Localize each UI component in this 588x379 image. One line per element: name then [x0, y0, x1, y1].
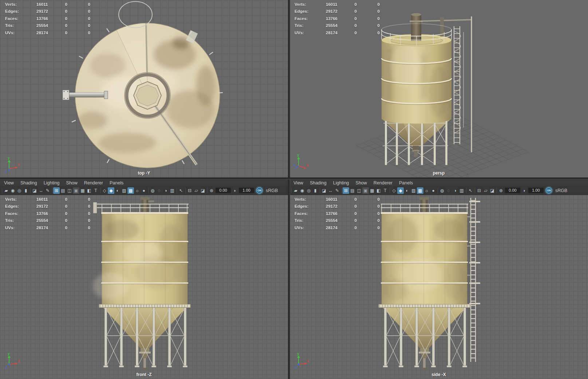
select-camera-icon[interactable]: ▰: [3, 187, 9, 194]
viewport-persp[interactable]: Verts:1601100Edges:2917200Faces:1376600T…: [289, 0, 588, 177]
hud-stat-col3: 0: [67, 204, 90, 208]
lights-icon[interactable]: ☼: [423, 187, 430, 194]
exposure-field[interactable]: 0.00: [505, 188, 520, 193]
motion-blur-icon[interactable]: ◌: [445, 187, 452, 194]
occlusion-icon[interactable]: ◍: [149, 187, 156, 194]
panel-menubar: ViewShadingLightingShowRendererPanels: [289, 179, 588, 186]
menu-panels[interactable]: Panels: [396, 180, 416, 185]
gamma-field[interactable]: 1.00: [239, 188, 254, 193]
xray-active-icon[interactable]: ▱: [482, 187, 489, 194]
menu-view[interactable]: View: [290, 180, 307, 185]
smooth-shade-icon[interactable]: ◆: [397, 187, 404, 194]
bookmark-icon[interactable]: ▮: [23, 187, 29, 194]
camera-attributes-icon[interactable]: ◎: [305, 187, 312, 194]
bookmark-icon[interactable]: ▮: [312, 187, 319, 194]
grease-pencil-icon[interactable]: ✎: [334, 187, 340, 194]
textured-icon[interactable]: ▧: [121, 187, 127, 194]
gamma-field[interactable]: 1.00: [528, 188, 544, 193]
wireframe-icon[interactable]: ◇: [391, 187, 397, 194]
plane-split-icon[interactable]: ◪: [489, 187, 496, 194]
material-override-icon[interactable]: ▩: [417, 187, 423, 194]
image-plane-icon[interactable]: ◪: [31, 187, 38, 194]
wireframe-icon[interactable]: ◇: [101, 187, 108, 194]
hud-stat-label: UVs:: [289, 226, 326, 230]
image-plane-icon[interactable]: ◪: [321, 187, 327, 194]
menu-renderer[interactable]: Renderer: [81, 180, 106, 185]
poly-count-hud: Verts:1601100Edges:2917200Faces:1376600T…: [0, 196, 102, 231]
grease-pencil-icon[interactable]: ✎: [44, 187, 51, 194]
menu-shading[interactable]: Shading: [307, 180, 330, 185]
menu-show[interactable]: Show: [352, 180, 370, 185]
contrast-icon[interactable]: ◗: [232, 187, 238, 194]
occlusion-icon[interactable]: ◍: [439, 187, 445, 194]
grid-icon[interactable]: ⊞: [53, 187, 60, 194]
resolution-gate-icon[interactable]: ◫: [66, 187, 73, 194]
film-gate-icon[interactable]: ▤: [60, 187, 66, 194]
resolution-gate-icon[interactable]: ◫: [356, 187, 362, 194]
gate-mask-icon[interactable]: ▣: [73, 187, 79, 194]
contrast-icon[interactable]: ◗: [521, 187, 528, 194]
default-material-icon[interactable]: ◐: [404, 187, 410, 194]
film-gate-icon[interactable]: ▤: [349, 187, 356, 194]
smooth-shade-icon[interactable]: ◆: [108, 187, 114, 194]
safe-title-icon[interactable]: T: [92, 187, 99, 194]
depth-of-field-icon[interactable]: ◑: [452, 187, 458, 194]
viewport-divider-horizontal[interactable]: [0, 177, 588, 180]
material-override-icon[interactable]: ▩: [127, 187, 134, 194]
colorspace-on-toggle[interactable]: ON: [546, 187, 552, 194]
render-region-icon[interactable]: ▥: [458, 187, 465, 194]
hud-stat-col3: 0: [357, 23, 380, 28]
2d-pan-zoom-icon[interactable]: ↔: [38, 187, 44, 194]
hud-stat-label: Edges:: [289, 9, 326, 13]
textured-icon[interactable]: ▧: [410, 187, 417, 194]
menu-panels[interactable]: Panels: [106, 180, 127, 185]
menu-lighting[interactable]: Lighting: [40, 180, 63, 185]
exposure-icon[interactable]: ⊛: [208, 187, 215, 194]
xray-icon[interactable]: ⊟: [186, 187, 193, 194]
xray-active-icon[interactable]: ▱: [193, 187, 200, 194]
colorspace-on-toggle[interactable]: ON: [256, 187, 263, 194]
depth-of-field-icon[interactable]: ◑: [162, 187, 169, 194]
grid-icon[interactable]: ⊞: [343, 187, 349, 194]
shadows-icon[interactable]: ●: [141, 187, 147, 194]
field-chart-icon[interactable]: ▦: [369, 187, 375, 194]
gate-mask-icon[interactable]: ▣: [362, 187, 369, 194]
lights-icon[interactable]: ☼: [134, 187, 141, 194]
viewport-top[interactable]: Verts:1601100Edges:2917200Faces:1376600T…: [0, 0, 288, 177]
select-camera-icon[interactable]: ▰: [292, 187, 299, 194]
safe-title-icon[interactable]: T: [382, 187, 388, 194]
render-region-icon[interactable]: ▥: [169, 187, 175, 194]
plane-split-icon[interactable]: ◪: [200, 187, 206, 194]
shadows-icon[interactable]: ●: [430, 187, 437, 194]
menu-view[interactable]: View: [1, 180, 17, 185]
safe-action-icon[interactable]: ◧: [375, 187, 382, 194]
lock-camera-icon[interactable]: ◉: [9, 187, 16, 194]
exposure-icon[interactable]: ⊛: [498, 187, 504, 194]
viewport-side-canvas[interactable]: Verts:1601100Edges:2917200Faces:1376600T…: [289, 195, 588, 379]
menu-shading[interactable]: Shading: [17, 180, 40, 185]
menu-renderer[interactable]: Renderer: [370, 180, 396, 185]
menu-lighting[interactable]: Lighting: [330, 180, 352, 185]
exposure-field[interactable]: 0.00: [216, 188, 231, 193]
isolate-select-icon[interactable]: ↖: [467, 187, 474, 194]
axis-x-label: x: [307, 163, 309, 167]
xray-icon[interactable]: ⊟: [476, 187, 482, 194]
camera-attributes-icon[interactable]: ◎: [16, 187, 23, 194]
motion-blur-icon[interactable]: ◌: [156, 187, 162, 194]
colorspace-label[interactable]: sRGB: [553, 188, 569, 193]
viewport-front-canvas[interactable]: Verts:1601100Edges:2917200Faces:1376600T…: [0, 195, 288, 379]
safe-action-icon[interactable]: ◧: [86, 187, 92, 194]
isolate-select-icon[interactable]: ↖: [178, 187, 184, 194]
axis-x-label: x: [307, 359, 309, 363]
menu-show[interactable]: Show: [63, 180, 81, 185]
field-chart-icon[interactable]: ▦: [79, 187, 86, 194]
default-material-icon[interactable]: ◐: [114, 187, 121, 194]
2d-pan-zoom-icon[interactable]: ↔: [327, 187, 334, 194]
hud-stat-col2: 0: [47, 23, 67, 28]
colorspace-label[interactable]: sRGB: [264, 188, 280, 193]
lock-camera-icon[interactable]: ◉: [299, 187, 305, 194]
hud-row: Verts:1601100: [289, 1, 391, 8]
viewport-divider-vertical[interactable]: [288, 0, 290, 379]
viewport-persp-canvas[interactable]: Verts:1601100Edges:2917200Faces:1376600T…: [289, 0, 588, 177]
viewport-top-canvas[interactable]: Verts:1601100Edges:2917200Faces:1376600T…: [0, 0, 288, 177]
